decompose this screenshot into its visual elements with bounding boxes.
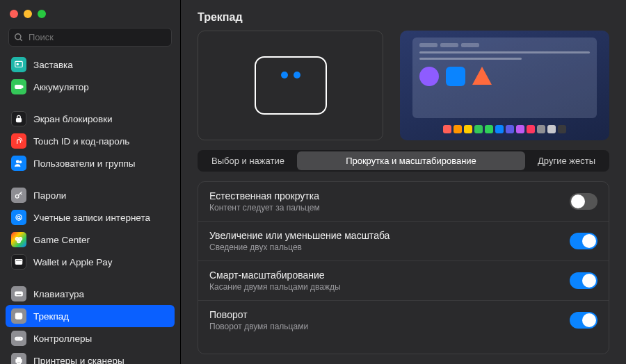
gesture-video-preview	[400, 31, 609, 140]
sidebar-item-label: Экран блокировки	[33, 114, 113, 124]
sidebar-item-label: Принтеры и сканеры	[33, 356, 125, 365]
svg-point-20	[17, 338, 18, 340]
sidebar-item-key[interactable]: Пароли	[6, 184, 175, 206]
toggle-switch[interactable]	[570, 272, 597, 289]
fullscreen-window-button[interactable]	[38, 10, 46, 18]
keyboard-icon	[11, 286, 26, 301]
controller-icon	[11, 331, 26, 346]
wallet-icon	[11, 254, 26, 270]
sidebar-item-screensaver[interactable]: Заставка	[6, 53, 175, 76]
trackpad-icon	[11, 308, 26, 324]
setting-title: Поворот	[209, 309, 308, 320]
circle-icon	[419, 67, 439, 86]
toggle-switch[interactable]	[570, 193, 597, 210]
setting-row: Увеличение или уменьшение масштабаСведен…	[198, 222, 609, 261]
svg-point-21	[19, 338, 21, 340]
settings-list: Естественная прокруткаКонтент следует за…	[198, 181, 609, 354]
sidebar: ЗаставкаАккумуляторЭкран блокировкиTouch…	[0, 0, 181, 364]
window-controls	[0, 0, 180, 25]
svg-rect-18	[15, 313, 22, 319]
preview-row	[181, 31, 626, 150]
svg-rect-15	[15, 260, 22, 261]
svg-point-13	[17, 240, 21, 243]
sidebar-item-label: Game Center	[33, 235, 90, 245]
svg-rect-24	[17, 362, 21, 364]
trackpad-preview	[198, 31, 383, 140]
svg-rect-4	[15, 85, 22, 89]
svg-rect-16	[15, 292, 23, 296]
close-window-button[interactable]	[10, 10, 18, 18]
minimize-window-button[interactable]	[24, 10, 32, 18]
toggle-switch[interactable]	[570, 233, 597, 249]
search-input[interactable]	[8, 28, 172, 47]
triangle-icon	[472, 67, 492, 85]
sidebar-item-trackpad[interactable]: Трекпад	[6, 305, 175, 327]
svg-rect-23	[17, 358, 21, 359]
trackpad-icon	[255, 56, 327, 115]
sidebar-item-label: Трекпад	[33, 311, 69, 322]
finger-dot-icon	[294, 72, 300, 78]
setting-title: Смарт-масштабирование	[209, 270, 341, 281]
sidebar-item-printer[interactable]: Принтеры и сканеры	[6, 349, 175, 364]
setting-subtitle: Контент следует за пальцем	[209, 203, 320, 213]
sidebar-item-label: Заставка	[33, 60, 73, 70]
at-icon	[11, 210, 26, 225]
setting-title: Естественная прокрутка	[209, 190, 320, 201]
sidebar-list: ЗаставкаАккумуляторЭкран блокировкиTouch…	[0, 53, 180, 364]
sidebar-item-battery[interactable]: Аккумулятор	[6, 76, 175, 98]
svg-point-0	[15, 33, 21, 39]
sidebar-item-label: Пользователи и группы	[33, 158, 136, 169]
setting-row: ПоворотПоворот двумя пальцами	[198, 301, 609, 340]
svg-rect-5	[22, 86, 23, 88]
mock-window-icon	[412, 38, 597, 118]
sidebar-item-label: Учетные записи интернета	[33, 213, 150, 223]
finger-dot-icon	[281, 72, 288, 78]
sidebar-item-label: Контроллеры	[33, 333, 92, 344]
key-icon	[11, 188, 26, 203]
users-icon	[11, 156, 26, 171]
sidebar-item-label: Touch ID и код-пароль	[33, 136, 129, 147]
sidebar-item-users[interactable]: Пользователи и группы	[6, 152, 175, 174]
gamecenter-icon	[11, 232, 26, 247]
sidebar-item-gamecenter[interactable]: Game Center	[6, 229, 175, 251]
sidebar-item-at[interactable]: Учетные записи интернета	[6, 206, 175, 229]
sidebar-item-keyboard[interactable]: Клавиатура	[6, 283, 175, 305]
square-icon	[446, 67, 465, 86]
svg-point-3	[17, 63, 18, 65]
search-field[interactable]	[8, 28, 172, 47]
tab-2[interactable]: Другие жесты	[525, 151, 608, 170]
battery-icon	[11, 79, 26, 94]
sidebar-item-label: Аккумулятор	[33, 82, 89, 92]
screensaver-icon	[11, 57, 26, 72]
sidebar-item-wallet[interactable]: Wallet и Apple Pay	[6, 251, 175, 273]
search-icon	[14, 33, 24, 42]
setting-row: Естественная прокруткаКонтент следует за…	[198, 182, 609, 222]
sidebar-item-label: Wallet и Apple Pay	[33, 257, 113, 267]
settings-window: ЗаставкаАккумуляторЭкран блокировкиTouch…	[0, 0, 626, 364]
sidebar-item-label: Клавиатура	[33, 289, 84, 299]
fingerprint-icon	[11, 133, 26, 149]
setting-subtitle: Поворот двумя пальцами	[209, 322, 308, 331]
sidebar-item-fingerprint[interactable]: Touch ID и код-пароль	[6, 130, 175, 152]
setting-subtitle: Касание двумя пальцами дважды	[209, 282, 341, 292]
printer-icon	[11, 353, 26, 364]
page-title: Трекпад	[181, 0, 626, 31]
sidebar-item-lock[interactable]: Экран блокировки	[6, 108, 175, 130]
tab-0[interactable]: Выбор и нажатие	[199, 151, 297, 170]
tab-bar: Выбор и нажатиеПрокрутка и масштабирован…	[198, 150, 609, 172]
setting-subtitle: Сведение двух пальцев	[209, 242, 390, 252]
sidebar-item-controller[interactable]: Контроллеры	[6, 327, 175, 349]
setting-row: Смарт-масштабированиеКасание двумя пальц…	[198, 261, 609, 301]
setting-title: Увеличение или уменьшение масштаба	[209, 230, 390, 241]
main-pane: Трекпад	[181, 0, 626, 364]
tab-1[interactable]: Прокрутка и масштабирование	[297, 151, 525, 170]
sidebar-item-label: Пароли	[33, 190, 66, 201]
lock-icon	[11, 111, 26, 126]
svg-rect-6	[17, 118, 22, 122]
svg-point-8	[19, 161, 22, 163]
toggle-switch[interactable]	[570, 312, 597, 329]
svg-point-7	[17, 160, 19, 163]
dock-icon	[412, 122, 597, 133]
svg-line-1	[20, 38, 22, 40]
